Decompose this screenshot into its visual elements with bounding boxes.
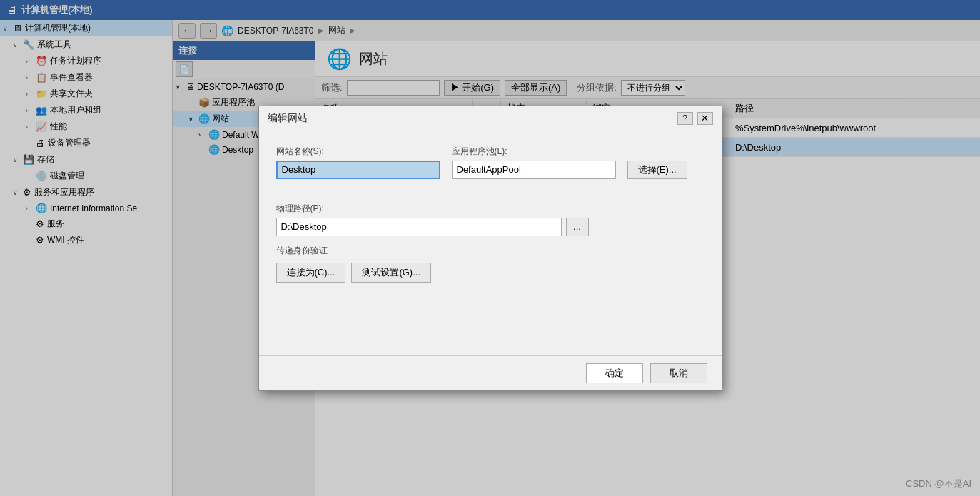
pass-auth-section: 传递身份验证 连接为(C)... 测试设置(G)... bbox=[276, 245, 704, 283]
physical-path-label: 物理路径(P): bbox=[276, 203, 704, 215]
physical-path-input[interactable] bbox=[276, 218, 562, 236]
site-name-label: 网站名称(S): bbox=[276, 146, 440, 158]
physical-path-group: 物理路径(P): ... bbox=[276, 203, 704, 236]
pass-auth-label: 传递身份验证 bbox=[276, 245, 704, 257]
app-pool-input[interactable] bbox=[452, 161, 616, 179]
app-pool-label: 应用程序池(L): bbox=[452, 146, 616, 158]
modal-footer: 确定 取消 bbox=[259, 355, 722, 390]
test-settings-button[interactable]: 测试设置(G)... bbox=[351, 263, 431, 283]
form-divider bbox=[276, 191, 704, 191]
app-pool-group: 应用程序池(L): bbox=[452, 146, 616, 179]
cancel-button[interactable]: 取消 bbox=[650, 363, 707, 383]
connect-as-button[interactable]: 连接为(C)... bbox=[276, 263, 346, 283]
modal-help-button[interactable]: ? bbox=[677, 112, 693, 125]
modal-overlay: 编辑网站 ? ✕ 网站名称(S): 应用程序池(L): bbox=[0, 0, 980, 496]
browse-button[interactable]: ... bbox=[566, 218, 589, 236]
modal-body: 网站名称(S): 应用程序池(L): 选择(E)... 物理路径(P): bbox=[259, 131, 722, 355]
modal-titlebar: 编辑网站 ? ✕ bbox=[259, 106, 722, 131]
select-app-pool-button[interactable]: 选择(E)... bbox=[627, 161, 687, 179]
site-name-group: 网站名称(S): bbox=[276, 146, 440, 179]
modal-title: 编辑网站 bbox=[268, 112, 308, 125]
site-name-input[interactable] bbox=[276, 161, 440, 179]
confirm-button[interactable]: 确定 bbox=[586, 363, 643, 383]
modal-dialog: 编辑网站 ? ✕ 网站名称(S): 应用程序池(L): bbox=[258, 106, 722, 391]
modal-close-button[interactable]: ✕ bbox=[697, 112, 713, 125]
